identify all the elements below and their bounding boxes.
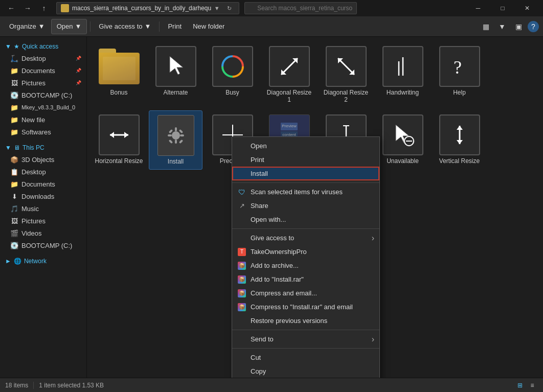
pin-icon: 📌 xyxy=(76,56,81,61)
file-item-diag2[interactable]: Diagonal Resize 2 xyxy=(319,42,373,107)
new-folder-button[interactable]: New folder xyxy=(188,19,230,34)
svg-rect-15 xyxy=(175,127,177,131)
network-chevron: ► xyxy=(5,258,11,265)
drive2-icon: 💽 xyxy=(10,241,18,249)
view-details-button[interactable]: ≡ xyxy=(527,380,538,391)
file-item-install[interactable]: Install xyxy=(149,110,202,170)
organize-label: Organize xyxy=(9,22,36,30)
diag1-icon xyxy=(269,46,310,87)
ctx-scan[interactable]: 🛡 Scan selected items for viruses xyxy=(232,185,379,199)
sidebar-item-newfile[interactable]: 📁 New file xyxy=(0,113,86,126)
organize-button[interactable]: Organize ▼ xyxy=(4,19,50,34)
change-view-button[interactable]: ▣ xyxy=(511,19,526,34)
bonus-label: Bonus xyxy=(110,89,127,96)
file-item-handwriting[interactable]: Handwriting xyxy=(376,42,429,107)
drive-icon: 💽 xyxy=(10,91,18,99)
install-gear-svg xyxy=(166,125,186,146)
file-item-help[interactable]: ? Help xyxy=(433,42,486,107)
sidebar-item-pictures[interactable]: 🖼 Pictures 📌 xyxy=(0,77,86,89)
folder-icon xyxy=(61,4,69,12)
give-access-button[interactable]: Give access to ▼ xyxy=(94,19,156,34)
compressemail-icon: 📦 xyxy=(237,289,246,298)
view-pane-button[interactable]: ▦ xyxy=(479,19,493,34)
status-bar: 18 items 1 item selected 1.53 KB ⊞ ≡ xyxy=(0,378,543,392)
sidebar-item-mkey[interactable]: 📁 Mkey_v8.3.3_Build_0 xyxy=(0,101,86,113)
sidebar-item-bootcamp2[interactable]: 💽 BOOTCAMP (C:) xyxy=(0,239,86,251)
file-item-vresize[interactable]: Vertical Resize xyxy=(433,110,486,170)
sidebar-item-label: Music xyxy=(21,205,39,213)
close-button[interactable]: ✕ xyxy=(515,0,539,16)
pictures2-icon: 🖼 xyxy=(10,217,18,225)
file-item-alternate[interactable]: Alternate xyxy=(149,42,202,107)
ctx-archive[interactable]: 📦 Add to archive... xyxy=(232,259,379,272)
minimize-button[interactable]: ─ xyxy=(466,0,490,16)
sidebar-item-documents2[interactable]: 📁 Documents xyxy=(0,178,86,190)
search-input[interactable] xyxy=(244,2,357,14)
sidebar-item-label: Softwares xyxy=(21,128,51,136)
address-refresh-button[interactable]: ↻ xyxy=(223,3,235,14)
sidebar-item-desktop2[interactable]: 📋 Desktop xyxy=(0,166,86,178)
sidebar-item-label: Desktop xyxy=(21,55,46,62)
svg-marker-33 xyxy=(457,126,463,130)
address-dropdown-button[interactable]: ▼ xyxy=(211,3,222,14)
sidebar-item-pictures2[interactable]: 🖼 Pictures xyxy=(0,215,86,227)
ctx-giveaccess[interactable]: Give access to xyxy=(232,231,379,245)
ctx-open-label: Open xyxy=(251,142,267,150)
ctx-openwith[interactable]: Open with... xyxy=(232,213,379,226)
sidebar-item-3dobjects[interactable]: 📦 3D Objects xyxy=(0,153,86,166)
help-button[interactable]: ? xyxy=(528,21,539,32)
file-item-busy[interactable]: Busy xyxy=(206,42,259,107)
sidebar-item-documents[interactable]: 📁 Documents 📌 xyxy=(0,64,86,77)
sidebar-section-network[interactable]: ► 🌐 Network xyxy=(0,255,86,267)
take-icon: T xyxy=(237,247,246,257)
diag1-label: Diagonal Resize 1 xyxy=(264,89,314,103)
ctx-archive-label: Add to archive... xyxy=(251,262,299,269)
view-icons: ⊞ ≡ xyxy=(514,380,538,391)
ctx-take[interactable]: T TakeOwnershipPro xyxy=(232,245,379,259)
ctx-sendto[interactable]: Send to xyxy=(232,332,379,346)
context-menu: Open Print Install 🛡 Scan selected items… xyxy=(232,136,380,378)
vresize-label: Vertical Resize xyxy=(439,157,480,165)
file-item-unavailable[interactable]: Unavailable xyxy=(376,110,429,170)
ctx-cut[interactable]: Cut xyxy=(232,351,379,364)
view-list-button[interactable]: ⊞ xyxy=(514,380,526,391)
ctx-open[interactable]: Open xyxy=(232,139,379,153)
sidebar-item-desktop[interactable]: 🛴 Desktop 📌 xyxy=(0,52,86,64)
organize-chevron: ▼ xyxy=(38,22,45,30)
ctx-giveaccess-label: Give access to xyxy=(251,234,294,242)
unavailable-label: Unavailable xyxy=(387,157,419,165)
ctx-restore[interactable]: Restore previous versions xyxy=(232,314,379,328)
sidebar-item-downloads[interactable]: ⬇ Downloads xyxy=(0,190,86,202)
ctx-addrar[interactable]: 📦 Add to "Install.rar" xyxy=(232,272,379,286)
address-bar[interactable]: macos_sierra_retina_cursors_by_in_dolly_… xyxy=(56,2,239,14)
up-button[interactable]: ↑ xyxy=(37,1,51,15)
svg-rect-18 xyxy=(180,134,184,136)
music-icon: 🎵 xyxy=(10,204,18,213)
sidebar-item-softwares[interactable]: 📁 Softwares xyxy=(0,126,86,138)
hresize-label: Horizontal Resize xyxy=(95,157,143,165)
ctx-print[interactable]: Print xyxy=(232,153,379,167)
sidebar-item-videos[interactable]: 🎬 Videos xyxy=(0,227,86,239)
handwriting-icon xyxy=(382,46,423,87)
sidebar-section-quick-access[interactable]: ▼ ★ Quick access xyxy=(0,40,86,52)
scan-icon: 🛡 xyxy=(237,188,246,197)
ctx-copy[interactable]: Copy xyxy=(232,364,379,378)
sidebar-item-music[interactable]: 🎵 Music xyxy=(0,202,86,215)
back-button[interactable]: ← xyxy=(4,1,18,15)
ctx-compressemail[interactable]: 📦 Compress and email... xyxy=(232,286,379,300)
print-button[interactable]: Print xyxy=(163,19,187,34)
file-item-diag1[interactable]: Diagonal Resize 1 xyxy=(262,42,316,107)
sidebar-section-thispc[interactable]: ▼ 🖥 This PC xyxy=(0,141,86,153)
open-button[interactable]: Open ▼ xyxy=(51,19,87,34)
sidebar-item-label: Pictures xyxy=(21,217,46,225)
ctx-install[interactable]: Install xyxy=(232,167,379,180)
maximize-button[interactable]: □ xyxy=(491,0,514,16)
view-options-button[interactable]: ▼ xyxy=(495,19,509,34)
ctx-compressrar[interactable]: 📦 Compress to "Install.rar" and email xyxy=(232,300,379,314)
ctx-restore-label: Restore previous versions xyxy=(251,317,327,325)
forward-button[interactable]: → xyxy=(20,1,35,15)
file-item-hresize[interactable]: Horizontal Resize xyxy=(92,110,146,170)
file-item-bonus[interactable]: Bonus xyxy=(92,42,146,107)
ctx-share[interactable]: ↗ Share xyxy=(232,199,379,213)
sidebar-item-bootcamp[interactable]: 💽 BOOTCAMP (C:) xyxy=(0,89,86,101)
